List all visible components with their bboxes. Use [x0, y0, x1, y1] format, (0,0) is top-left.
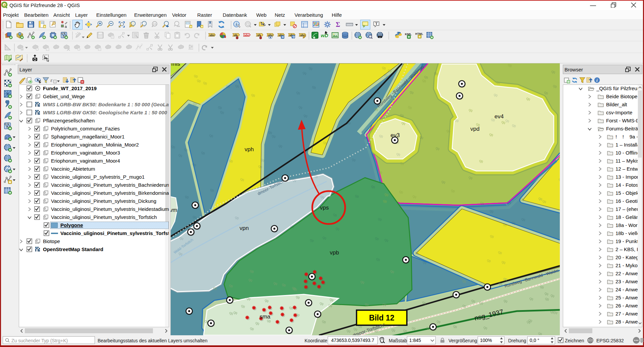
- svg-text:vpb: vpb: [330, 249, 339, 256]
- svg-text:ab: ab: [234, 34, 237, 37]
- svg-text:ε: ε: [50, 77, 53, 83]
- svg-text:a: a: [65, 24, 67, 28]
- svg-text:vpd: vpd: [470, 126, 479, 132]
- svg-text:ev3: ev3: [390, 132, 399, 138]
- svg-text:1:1: 1:1: [153, 23, 157, 25]
- svg-text:abc: abc: [245, 34, 250, 37]
- svg-text:Σ: Σ: [336, 21, 340, 28]
- svg-text:vpn: vpn: [239, 225, 249, 231]
- svg-text:vps: vps: [320, 205, 329, 211]
- svg-text:i: i: [596, 78, 598, 83]
- svg-text:ev4: ev4: [494, 113, 503, 120]
- svg-text:mis: mis: [171, 63, 180, 67]
- svg-text:ab: ab: [257, 34, 261, 37]
- svg-text:Bild 12: Bild 12: [369, 313, 394, 322]
- svg-text:T: T: [375, 21, 378, 25]
- svg-text:sma: sma: [260, 313, 271, 320]
- svg-text:vm: vm: [171, 207, 177, 213]
- svg-text:vph: vph: [245, 146, 254, 153]
- svg-text:abc: abc: [210, 34, 215, 37]
- svg-text:i: i: [236, 22, 237, 27]
